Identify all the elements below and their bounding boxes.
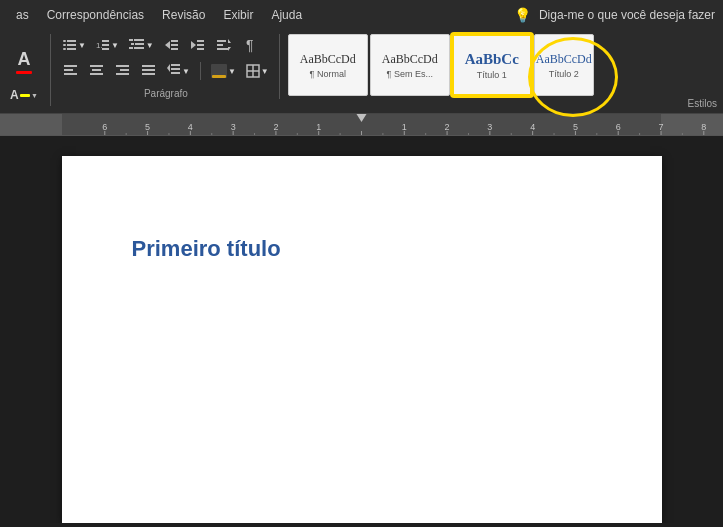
bullet-caret: ▼	[78, 41, 86, 50]
style-normal-preview: AaBbCcDd	[300, 52, 356, 67]
svg-rect-5	[67, 48, 76, 50]
style-normal-label: ¶ Normal	[310, 69, 346, 79]
svg-rect-32	[90, 65, 103, 67]
justify-button[interactable]	[137, 60, 161, 82]
svg-rect-12	[131, 43, 134, 45]
shading-button[interactable]: ▼	[207, 60, 240, 82]
svg-rect-0	[63, 40, 66, 42]
document-title: Primeiro título	[132, 236, 592, 262]
line-spacing-button[interactable]: ▼	[163, 60, 194, 82]
svg-rect-36	[120, 69, 129, 71]
sort-button[interactable]	[212, 34, 236, 56]
style-titulo2[interactable]: AaBbCcDd Título 2	[534, 34, 594, 96]
numbered-list-button[interactable]: 1. ▼	[92, 34, 123, 56]
menu-item-ajuda[interactable]: Ajuda	[263, 4, 310, 26]
svg-rect-18	[171, 44, 178, 46]
svg-marker-41	[167, 64, 170, 72]
svg-rect-26	[217, 48, 229, 50]
numbered-caret: ▼	[111, 41, 119, 50]
svg-rect-1	[67, 40, 76, 42]
svg-rect-3	[67, 44, 76, 46]
svg-rect-37	[116, 73, 129, 75]
style-titulo1-label: Título 1	[477, 70, 507, 80]
align-right-button[interactable]	[111, 60, 135, 82]
styles-section: AaBbCcDd ¶ Normal AaBbCcDd ¶ Sem Es... A…	[288, 34, 717, 109]
style-titulo2-label: Título 2	[549, 69, 579, 79]
svg-rect-17	[171, 40, 178, 42]
svg-rect-43	[171, 68, 180, 70]
svg-rect-23	[197, 48, 204, 50]
ruler: Título 1	[0, 114, 723, 136]
menu-bar: as Correspondências Revisão Exibir Ajuda…	[0, 0, 723, 30]
svg-rect-11	[134, 39, 144, 41]
menu-item-revisao[interactable]: Revisão	[154, 4, 213, 26]
svg-rect-42	[171, 64, 180, 66]
color-indicator-yellow	[20, 94, 30, 97]
lightbulb-icon: 💡	[514, 7, 531, 23]
svg-rect-29	[64, 65, 77, 67]
style-titulo2-preview: AaBbCcDd	[536, 52, 592, 67]
paragraph-buttons: ▼ 1. ▼ ▼	[59, 34, 273, 84]
svg-rect-33	[92, 69, 101, 71]
svg-rect-25	[217, 44, 223, 46]
svg-rect-14	[129, 47, 133, 49]
svg-rect-4	[63, 48, 66, 50]
svg-rect-24	[217, 40, 226, 42]
increase-indent-button[interactable]	[186, 34, 210, 56]
styles-label-row: Estilos	[288, 96, 717, 109]
ruler-canvas	[0, 114, 723, 136]
border-button[interactable]: ▼	[242, 60, 273, 82]
decrease-indent-button[interactable]	[160, 34, 184, 56]
style-sem-espacamento[interactable]: AaBbCcDd ¶ Sem Es...	[370, 34, 450, 96]
border-caret: ▼	[261, 67, 269, 76]
svg-marker-27	[228, 39, 231, 43]
pilcrow-icon: ¶	[246, 37, 254, 53]
svg-rect-44	[171, 72, 180, 74]
svg-rect-10	[129, 39, 133, 41]
toolbar-row-1: ▼ 1. ▼ ▼	[59, 34, 273, 56]
menu-right: 💡 Diga-me o que você deseja fazer	[514, 7, 715, 23]
highlight-button[interactable]: A ▼	[6, 84, 42, 106]
spacing-caret: ▼	[182, 67, 190, 76]
style-titulo1[interactable]: AaBbCc Título 1	[452, 34, 532, 96]
svg-rect-13	[135, 43, 144, 45]
style-normal[interactable]: AaBbCcDd ¶ Normal	[288, 34, 368, 96]
highlight-a: A	[10, 88, 19, 102]
paragraph-section: ▼ 1. ▼ ▼	[59, 34, 280, 99]
document-area: Primeiro título	[0, 136, 723, 523]
svg-marker-20	[191, 41, 196, 49]
svg-rect-22	[197, 44, 204, 46]
highlight-caret: ▼	[31, 92, 38, 99]
align-left-button[interactable]	[59, 60, 83, 82]
svg-rect-9	[102, 48, 109, 50]
bullet-list-button[interactable]: ▼	[59, 34, 90, 56]
svg-rect-40	[142, 73, 155, 75]
multilevel-list-button[interactable]: ▼	[125, 34, 158, 56]
svg-rect-35	[116, 65, 129, 67]
svg-rect-30	[64, 69, 73, 71]
svg-rect-34	[90, 73, 103, 75]
svg-rect-8	[102, 44, 109, 46]
shading-caret: ▼	[228, 67, 236, 76]
style-sem-label: ¶ Sem Es...	[387, 69, 433, 79]
menu-item-exibir[interactable]: Exibir	[215, 4, 261, 26]
svg-rect-38	[142, 65, 155, 67]
tell-me-text[interactable]: Diga-me o que você deseja fazer	[539, 8, 715, 22]
show-hide-button[interactable]: ¶	[238, 34, 262, 56]
styles-label: Estilos	[688, 98, 717, 109]
svg-rect-15	[134, 47, 144, 49]
multilevel-caret: ▼	[146, 41, 154, 50]
svg-marker-28	[228, 47, 231, 51]
style-sem-preview: AaBbCcDd	[382, 52, 438, 67]
menu-item-correspondencias[interactable]: Correspondências	[39, 4, 152, 26]
font-color-button[interactable]: A	[6, 38, 42, 84]
svg-rect-2	[63, 44, 66, 46]
align-center-button[interactable]	[85, 60, 109, 82]
style-titulo1-preview: AaBbCc	[465, 51, 519, 68]
document-page: Primeiro título	[62, 156, 662, 523]
svg-text:1.: 1.	[96, 41, 103, 50]
svg-rect-19	[171, 48, 178, 50]
toolbar-row-2: ▼ ▼ ▼	[59, 58, 273, 84]
mini-divider	[200, 62, 201, 80]
menu-item-as[interactable]: as	[8, 4, 37, 26]
